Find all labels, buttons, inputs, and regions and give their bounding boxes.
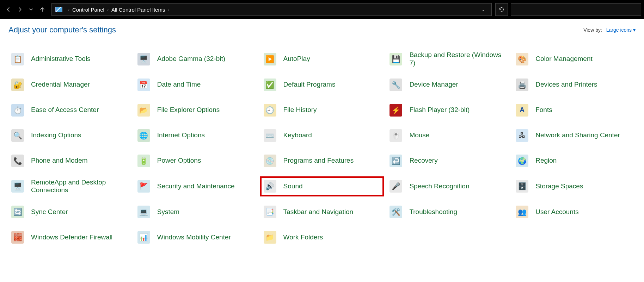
cpl-item-label[interactable]: Devices and Printers [535,81,597,89]
cpl-item-label[interactable]: Troubleshooting [409,208,457,216]
fonts-icon: A [515,103,529,117]
cpl-item-label[interactable]: Backup and Restore (Windows 7) [409,51,507,67]
cpl-item-security-maintenance[interactable]: 🚩Security and Maintenance [135,177,257,196]
cpl-item-label[interactable]: Phone and Modem [31,157,88,165]
cpl-item-label[interactable]: Keyboard [283,131,312,139]
battery-icon: 🔋 [137,154,151,168]
cpl-item-programs-features[interactable]: 💿Programs and Features [261,152,384,170]
cpl-item-autoplay[interactable]: ▶️AutoPlay [261,50,384,69]
cpl-item-label[interactable]: User Accounts [535,208,579,216]
recent-locations-button[interactable] [25,4,37,15]
cpl-item-label[interactable]: Storage Spaces [535,182,583,190]
cpl-item-work-folders[interactable]: 📁Work Folders [261,228,384,246]
back-button[interactable] [3,4,14,15]
cpl-item-recovery[interactable]: ↩️Recovery [387,152,509,170]
cpl-item-label[interactable]: Windows Defender Firewall [31,233,112,242]
cpl-item-label[interactable]: Adobe Gamma (32-bit) [157,55,225,63]
cpl-item-mobility-center[interactable]: 📊Windows Mobility Center [135,228,257,246]
firewall-icon: 🧱 [11,230,25,244]
cpl-item-label[interactable]: Administrative Tools [31,55,91,63]
mouse-icon: 🖱️ [389,129,403,143]
cpl-item-color-management[interactable]: 🎨Color Management [513,50,636,69]
cpl-item-mouse[interactable]: 🖱️Mouse [387,126,509,145]
cpl-item-label[interactable]: Ease of Access Center [31,106,99,114]
cpl-item-label[interactable]: File Explorer Options [157,106,220,114]
cpl-item-internet-options[interactable]: 🌐Internet Options [135,126,257,145]
cpl-item-defender-firewall[interactable]: 🧱Windows Defender Firewall [8,228,131,246]
view-by-dropdown[interactable]: Large icons ▾ [606,27,636,33]
cpl-item-label[interactable]: Sound [283,182,303,190]
cpl-item-label[interactable]: Fonts [535,106,552,114]
cpl-item-label[interactable]: Sync Center [31,208,68,216]
cpl-item-label[interactable]: Default Programs [283,81,336,89]
cpl-item-label[interactable]: Credential Manager [31,81,90,89]
cpl-item-taskbar-navigation[interactable]: 📑Taskbar and Navigation [261,203,384,221]
cpl-item-keyboard[interactable]: ⌨️Keyboard [261,126,384,145]
cpl-item-power-options[interactable]: 🔋Power Options [135,152,257,170]
cpl-item-label[interactable]: Windows Mobility Center [157,233,231,242]
cpl-item-adobe-gamma[interactable]: 🖥️Adobe Gamma (32-bit) [135,50,257,69]
address-history-dropdown[interactable]: ⌄ [479,7,488,12]
cpl-item-credential-manager[interactable]: 🔐Credential Manager [8,76,131,94]
cpl-item-label[interactable]: Device Manager [409,81,458,89]
recovery-icon: ↩️ [389,154,403,168]
cpl-item-label[interactable]: Power Options [157,157,201,165]
cpl-item-label[interactable]: Taskbar and Navigation [283,208,354,216]
breadcrumb-sep-icon: › [168,7,169,12]
cpl-item-ease-of-access[interactable]: ⏱️Ease of Access Center [8,101,131,119]
cpl-item-remoteapp[interactable]: 🖥️RemoteApp and Desktop Connections [8,177,131,196]
cpl-item-file-history[interactable]: 🕘File History [261,101,384,119]
up-button[interactable] [37,4,48,15]
cpl-item-label[interactable]: Recovery [409,157,437,165]
arrow-up-icon [39,6,45,13]
refresh-button[interactable] [495,3,508,16]
cpl-item-administrative-tools[interactable]: 📋Administrative Tools [8,50,131,69]
cpl-item-user-accounts[interactable]: 👥User Accounts [513,203,636,221]
cpl-item-label[interactable]: Security and Maintenance [157,182,235,190]
cpl-item-storage-spaces[interactable]: 🗄️Storage Spaces [513,177,636,196]
cpl-item-label[interactable]: Mouse [409,131,429,139]
cpl-item-flash-player[interactable]: ⚡Flash Player (32-bit) [387,101,509,119]
cpl-item-troubleshooting[interactable]: 🛠️Troubleshooting [387,203,509,221]
cpl-item-sound[interactable]: 🔊Sound [261,177,384,196]
cpl-item-file-explorer-options[interactable]: 📂File Explorer Options [135,101,257,119]
file-history-icon: 🕘 [263,103,277,117]
cpl-item-label[interactable]: Work Folders [283,233,323,242]
cpl-item-date-time[interactable]: 📅Date and Time [135,76,257,94]
cpl-item-sync-center[interactable]: 🔄Sync Center [8,203,131,221]
cpl-item-speech-recognition[interactable]: 🎤Speech Recognition [387,177,509,196]
cpl-item-label[interactable]: File History [283,106,317,114]
breadcrumb-sub[interactable]: All Control Panel Items [111,7,165,13]
cpl-item-label[interactable]: Region [535,157,557,165]
cpl-item-label[interactable]: Date and Time [157,81,201,89]
cpl-item-label[interactable]: Network and Sharing Center [535,131,620,139]
cpl-item-devices-printers[interactable]: 🖨️Devices and Printers [513,76,636,94]
cpl-item-region[interactable]: 🌍Region [513,152,636,170]
address-field[interactable]: › Control Panel › All Control Panel Item… [51,3,492,16]
mobility-icon: 📊 [137,230,151,244]
view-by: View by: Large icons ▾ [583,27,636,33]
cpl-item-label[interactable]: Flash Player (32-bit) [409,106,470,114]
cpl-item-fonts[interactable]: AFonts [513,101,636,119]
cpl-item-label[interactable]: Indexing Options [31,131,81,139]
cpl-item-label[interactable]: Color Management [535,55,593,63]
cpl-item-label[interactable]: Speech Recognition [409,182,469,190]
cpl-item-device-manager[interactable]: 🔧Device Manager [387,76,509,94]
cpl-item-label[interactable]: Internet Options [157,131,205,139]
chevron-down-icon [28,6,34,13]
speaker-icon: 🔊 [263,179,277,193]
cpl-item-backup-restore[interactable]: 💾Backup and Restore (Windows 7) [387,50,509,69]
cpl-item-phone-modem[interactable]: 📞Phone and Modem [8,152,131,170]
cpl-item-system[interactable]: 💻System [135,203,257,221]
cpl-item-label[interactable]: Programs and Features [283,157,354,165]
cpl-item-label[interactable]: AutoPlay [283,55,310,63]
cpl-item-indexing-options[interactable]: 🔍Indexing Options [8,126,131,145]
cpl-item-label[interactable]: RemoteApp and Desktop Connections [31,178,129,195]
search-input[interactable] [511,3,641,16]
cpl-item-network-sharing[interactable]: 🖧Network and Sharing Center [513,126,636,145]
forward-button[interactable] [14,4,25,15]
cpl-item-label[interactable]: System [157,208,179,216]
cpl-item-default-programs[interactable]: ✅Default Programs [261,76,384,94]
defaults-icon: ✅ [263,78,277,92]
breadcrumb-root[interactable]: Control Panel [72,7,104,13]
